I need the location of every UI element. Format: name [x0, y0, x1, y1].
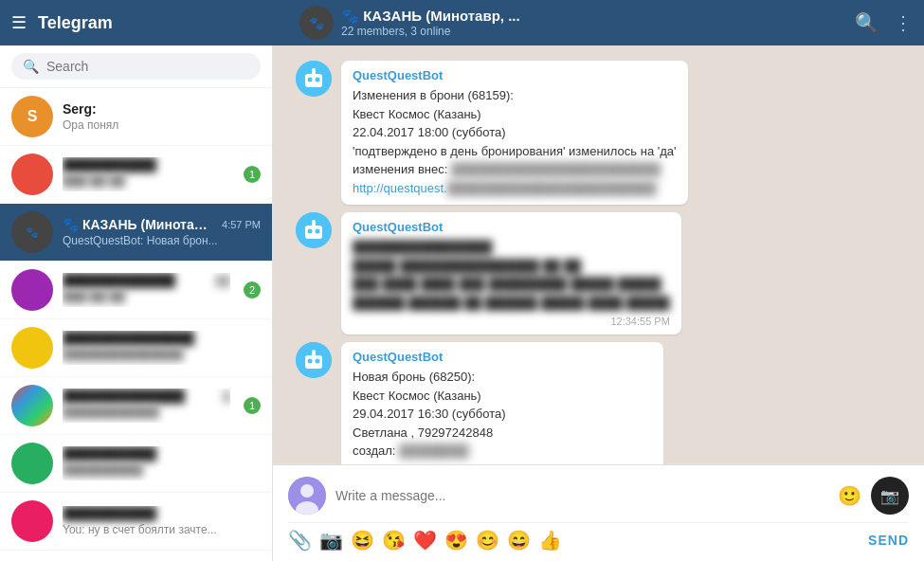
- chat-item-preview: ██████████: [63, 463, 143, 477]
- chat-list: S Serg: Ора понял ██████████: [0, 88, 272, 561]
- main-content: 🔍 S Serg: Ора понял: [0, 45, 924, 561]
- search-bar: 🔍: [0, 45, 272, 88]
- chat-item-name: ████████████: [63, 273, 175, 288]
- more-button[interactable]: ⋮: [894, 11, 913, 34]
- chat-item[interactable]: ██████████ ███ ██ ██ 1: [0, 146, 272, 204]
- emoji-btn-photo[interactable]: 📷: [319, 529, 343, 552]
- chat-item-body: ██████████ ██████████: [63, 446, 261, 480]
- search-button[interactable]: 🔍: [855, 11, 879, 34]
- emoji-btn-kiss[interactable]: 😘: [382, 529, 406, 552]
- avatar: [11, 385, 53, 426]
- svg-point-3: [316, 78, 320, 82]
- message-sender: QuestQuestBot: [353, 68, 677, 82]
- message-text: ████████████████ █████ ████████████████ …: [353, 238, 670, 312]
- chat-item-time: ██: [215, 275, 230, 286]
- chat-item[interactable]: ██████████████ ███████████████: [0, 319, 272, 377]
- emoji-row: 📎 📷 😆 😘 ❤️ 😍 😊 😄 👍 SEND: [288, 522, 909, 553]
- avatar: [11, 443, 53, 484]
- message-time: 12:34:55 PM: [353, 316, 670, 327]
- svg-rect-7: [305, 226, 322, 239]
- input-row: 🙂 📷: [288, 473, 909, 518]
- svg-point-5: [312, 68, 316, 72]
- top-bar: ☰ Telegram 🐾 🐾 КАЗАНЬ (Минотавр, ... 22 …: [0, 0, 924, 45]
- send-button[interactable]: SEND: [868, 533, 909, 548]
- search-input-wrap[interactable]: 🔍: [11, 53, 261, 80]
- hamburger-icon[interactable]: ☰: [11, 12, 27, 33]
- emoji-btn-file[interactable]: 📎: [288, 529, 312, 552]
- user-avatar: [288, 477, 326, 515]
- chat-item-preview: QuestQuestBot: Новая брон...: [63, 234, 261, 247]
- chat-title-info: 🐾 КАЗАНЬ (Минотавр, ... 22 members, 3 on…: [341, 8, 520, 38]
- emoji-btn-grin[interactable]: 😄: [507, 529, 531, 552]
- avatar: S: [11, 96, 53, 137]
- message-row: QuestQuestBot Новая бронь (68250): Квест…: [296, 342, 901, 464]
- bot-avatar: [296, 212, 332, 248]
- chat-item-preview: ███ ██ ██: [63, 174, 125, 188]
- attach-button[interactable]: 📷: [871, 477, 909, 515]
- chat-item-preview: ███████████████: [63, 348, 184, 361]
- avatar: [11, 154, 53, 195]
- chat-item-preview: Ора понял: [63, 118, 261, 132]
- chat-item-body: 🐾 КАЗАНЬ (Минотавр, ... 4:57 PM QuestQue…: [63, 217, 261, 247]
- svg-point-14: [308, 359, 313, 364]
- chat-title-area: 🐾 🐾 КАЗАНЬ (Минотавр, ... 22 members, 3 …: [299, 6, 520, 40]
- message-row: QuestQuestBot Изменения в брони (68159):…: [296, 61, 901, 205]
- chat-item-body: ██████████████ ███████████████: [63, 331, 261, 365]
- bot-avatar: [296, 61, 332, 97]
- message-row: QuestQuestBot ████████████████ █████ ███…: [296, 212, 901, 335]
- chat-item-name: ██████████: [63, 506, 156, 521]
- top-bar-left: ☰ Telegram: [11, 12, 284, 33]
- emoji-btn-thumbs[interactable]: 👍: [538, 529, 562, 552]
- messages-area: QuestQuestBot Изменения в брони (68159):…: [273, 45, 924, 464]
- message-input[interactable]: [335, 488, 828, 503]
- svg-point-8: [308, 229, 313, 234]
- chat-item-time: 4:57 PM: [222, 219, 261, 230]
- chat-item-name: 🐾 КАЗАНЬ (Минотавр, ...: [63, 217, 214, 232]
- message-bubble: QuestQuestBot ████████████████ █████ ███…: [341, 212, 681, 335]
- message-link[interactable]: http://questquest.: [353, 181, 447, 195]
- emoji-btn-smile[interactable]: 😊: [476, 529, 499, 552]
- svg-point-11: [312, 220, 316, 224]
- chat-item-time: █: [223, 390, 230, 402]
- avatar: [11, 500, 53, 542]
- avatar: [11, 269, 53, 311]
- chat-members: 22 members, 3 online: [341, 25, 520, 38]
- top-bar-actions: 🔍 ⋮: [855, 11, 913, 34]
- chat-item[interactable]: ██████████ You: ну в счет боялти зачте..…: [0, 493, 272, 551]
- svg-point-2: [308, 78, 313, 82]
- emoji-icon[interactable]: 🙂: [838, 484, 861, 507]
- search-icon: 🔍: [23, 59, 39, 74]
- top-bar-right: 🐾 🐾 КАЗАНЬ (Минотавр, ... 22 members, 3 …: [284, 6, 913, 40]
- search-input[interactable]: [46, 59, 249, 74]
- emoji-btn-love[interactable]: 😍: [444, 529, 468, 552]
- chat-item-name: Serg:: [63, 101, 97, 117]
- input-area: 🙂 📷 📎 📷 😆 😘 ❤️ 😍 😊 😄 👍 SEND: [273, 464, 924, 561]
- chat-item-body: ██████████ ███ ██ ██: [63, 157, 230, 191]
- message-bubble: QuestQuestBot Изменения в брони (68159):…: [341, 61, 688, 205]
- bot-avatar: [296, 342, 332, 378]
- chat-item[interactable]: ██████████ ██████████: [0, 435, 272, 493]
- chat-avatar-top: 🐾: [299, 6, 334, 40]
- chat-item[interactable]: S Serg: Ора понял: [0, 88, 272, 146]
- chat-area: QuestQuestBot Изменения в брони (68159):…: [273, 45, 924, 561]
- emoji-btn-heart[interactable]: ❤️: [413, 529, 437, 552]
- svg-point-9: [316, 229, 320, 234]
- svg-point-17: [312, 350, 316, 353]
- svg-point-15: [316, 359, 320, 364]
- chat-item-name: ██████████: [63, 446, 156, 461]
- svg-rect-13: [305, 355, 322, 369]
- message-bubble: QuestQuestBot Новая бронь (68250): Квест…: [341, 342, 663, 464]
- chat-item-body: ████████████ ██ ███ ██ ██: [63, 273, 230, 307]
- chat-item[interactable]: █████████████ █ ████████████ 1: [0, 377, 272, 435]
- message-sender: QuestQuestBot: [353, 350, 652, 364]
- emoji-btn-laugh[interactable]: 😆: [351, 529, 374, 552]
- unread-badge: 2: [244, 281, 261, 299]
- chat-item-active[interactable]: 🐾 🐾 КАЗАНЬ (Минотавр, ... 4:57 PM QuestQ…: [0, 204, 272, 262]
- avatar: [11, 327, 53, 369]
- chat-item-name: ██████████████: [63, 331, 194, 346]
- chat-item-body: █████████████ █ ████████████: [63, 389, 230, 423]
- chat-item-body: ██████████ You: ну в счет боялти зачте..…: [63, 506, 261, 536]
- message-text: Изменения в брони (68159): Квест Космос …: [353, 86, 677, 197]
- chat-item[interactable]: ████████████ ██ ███ ██ ██ 2: [0, 262, 272, 319]
- avatar: 🐾: [11, 211, 53, 253]
